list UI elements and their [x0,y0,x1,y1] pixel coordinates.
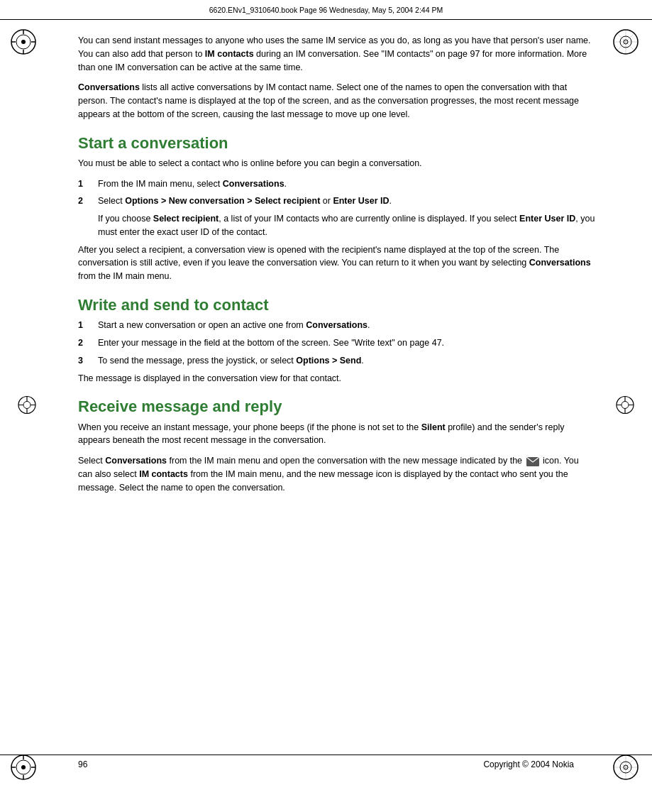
svg-point-15 [23,402,31,409]
section1-step2: 2 Select Options > New conversation > Se… [78,194,595,208]
intro-para-2: Conversations lists all active conversat… [78,81,595,121]
page: 6620.ENv1_9310640.book Page 96 Wednesday… [0,0,652,812]
section2-step2: 2 Enter your message in the field at the… [78,336,595,350]
main-content: You can send instant messages to anyone … [78,20,595,516]
footer-page-number: 96 [78,759,87,769]
step-text: To send the message, press the joystick,… [98,354,595,368]
step-text: Enter your message in the field at the b… [98,336,595,350]
header-text: 6620.ENv1_9310640.book Page 96 Wednesday… [43,6,609,14]
section1-step1: 1 From the IM main menu, select Conversa… [78,177,595,191]
svg-point-21 [621,402,629,409]
section2-step3: 3 To send the message, press the joystic… [78,354,595,368]
target-icon-tr [612,28,639,55]
section1-sub-step2: If you choose Select recipient, a list o… [98,212,595,239]
section3-para2: Select Conversations from the IM main me… [78,454,595,495]
section1-intro: You must be able to select a contact who… [78,157,595,170]
section2-after-para: The message is displayed in the conversa… [78,372,595,385]
step-text: Start a new conversation or open an acti… [98,319,595,332]
step-number: 2 [78,336,98,350]
section1-steps: 1 From the IM main menu, select Conversa… [78,177,595,209]
side-crosshair-right [615,395,635,417]
footer-copyright: Copyright © 2004 Nokia [483,759,574,769]
header-bar: 6620.ENv1_9310640.book Page 96 Wednesday… [0,0,652,20]
intro-para-1: You can send instant messages to anyone … [78,34,595,74]
target-icon-tl [10,28,37,55]
corner-decoration-tl [10,28,40,58]
section3-heading: Receive message and reply [78,397,595,416]
step-number: 1 [78,177,98,191]
section2-step1: 1 Start a new conversation or open an ac… [78,319,595,332]
section2-heading: Write and send to contact [78,296,595,314]
corner-decoration-tr [612,28,642,58]
section1-heading: Start a conversation [78,134,595,153]
envelope-icon [526,455,539,468]
svg-point-2 [21,40,26,44]
section1-after-para: After you select a recipient, a conversa… [78,243,595,283]
side-crosshair-left [17,395,37,417]
step-text: From the IM main menu, select Conversati… [98,177,595,191]
section3-para1: When you receive an instant message, you… [78,421,595,448]
section2-steps: 1 Start a new conversation or open an ac… [78,319,595,367]
step-number: 2 [78,194,98,208]
crosshair-icon-right [615,395,635,415]
crosshair-icon-left [17,395,37,415]
step-number: 3 [78,354,98,368]
step-text: Select Options > New conversation > Sele… [98,194,595,208]
footer: 96 Copyright © 2004 Nokia [0,755,652,769]
step-number: 1 [78,319,98,332]
